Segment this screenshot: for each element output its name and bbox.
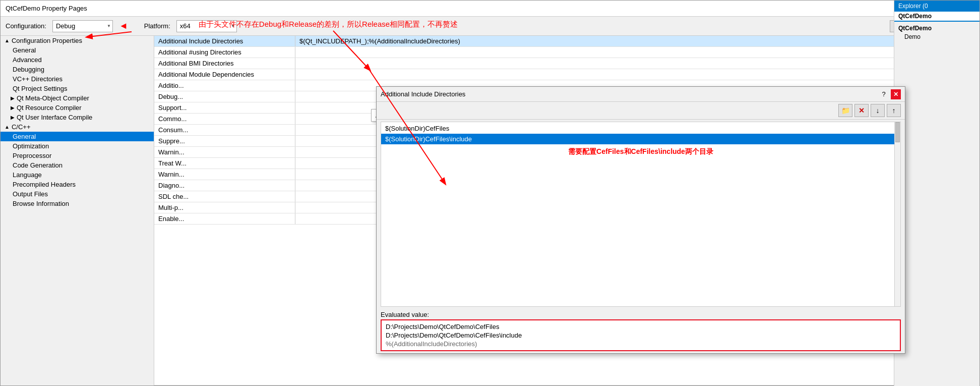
props-row-additional-using[interactable]: Additional #using Directories: [154, 47, 979, 58]
prop-name-additio: Additio...: [154, 80, 295, 91]
right-panel: Additional Include Directories $(Qt_INCL…: [154, 36, 979, 385]
sidebar-label-qt-resource: Qt Resource Compiler: [17, 104, 82, 112]
prop-name-additional-include: Additional Include Directories: [154, 36, 295, 46]
main-window: QtCefDemo Property Pages ? ✕ 由于头文件不存在Deb…: [0, 0, 980, 386]
dialog-new-folder-button[interactable]: 📁: [838, 104, 852, 117]
prop-value-additional-include: $(Qt_INCLUDEPATH_);%(AdditionalIncludeDi…: [295, 36, 979, 46]
sidebar-item-output-files[interactable]: Output Files: [1, 189, 154, 199]
config-select-wrapper: Debug Release: [52, 20, 113, 32]
prop-value-additional-module: [295, 69, 979, 80]
platform-label: Platform:: [144, 22, 170, 30]
new-folder-icon: 📁: [841, 106, 850, 115]
sidebar-item-debugging[interactable]: Debugging: [1, 65, 154, 74]
scrollbar-track: [895, 122, 900, 306]
evaluated-line-1: D:\Projects\Demo\QtCefDemo\CefFiles\incl…: [386, 331, 896, 340]
dialog-evaluated-label: Evaluated value:: [381, 311, 901, 318]
up-arrow-icon: ↑: [892, 106, 896, 115]
down-arrow-icon: ↓: [876, 106, 880, 115]
sidebar-item-precomp[interactable]: Precompiled Headers: [1, 180, 154, 189]
tree-arrow-qt-meta: ▶: [11, 95, 15, 101]
prop-name-additional-using: Additional #using Directories: [154, 47, 295, 58]
sidebar-item-qt-meta[interactable]: ▶ Qt Meta-Object Compiler: [1, 93, 154, 103]
sidebar-item-browse-info[interactable]: Browse Information: [1, 199, 154, 208]
prop-name-consum: Consum...: [154, 125, 295, 135]
dialog-list-item-text-1: $(SolutionDir)CefFiles\include: [385, 135, 472, 143]
tree-arrow-config: ▲: [5, 38, 10, 43]
sidebar-label-qt-project: Qt Project Settings: [13, 85, 67, 92]
props-row-additional-include[interactable]: Additional Include Directories $(Qt_INCL…: [154, 36, 979, 47]
sidebar-label-preprocessor: Preprocessor: [13, 152, 51, 159]
sidebar-label-output-files: Output Files: [13, 190, 48, 198]
prop-name-suppre: Suppre...: [154, 136, 295, 146]
sidebar-label-precomp: Precompiled Headers: [13, 181, 76, 188]
dialog-list-item-text-0: $(SolutionDir)CefFiles: [385, 125, 449, 132]
tree-arrow-qt-resource: ▶: [11, 105, 15, 111]
prop-name-sdl: SDL che...: [154, 191, 295, 202]
dialog-list-scrollbar[interactable]: [894, 122, 900, 306]
dialog-close-button[interactable]: ✕: [891, 89, 901, 99]
prop-name-warnin1: Warnin...: [154, 147, 295, 157]
dialog-help-button[interactable]: ?: [879, 89, 889, 99]
dialog-title-bar: Additional Include Directories ? ✕: [377, 87, 905, 102]
sidebar-label-qt-ui: Qt User Interface Compile: [17, 114, 92, 121]
sidebar-label-general-top: General: [13, 46, 36, 54]
sidebar-item-config-props[interactable]: ▲ Configuration Properties: [1, 36, 154, 45]
dialog-toolbar: 📁 ✕ ↓ ↑: [377, 102, 905, 120]
scrollbar-thumb: [895, 122, 900, 142]
sidebar-item-cpp-general[interactable]: General ◄: [1, 132, 154, 141]
sidebar-item-code-gen[interactable]: Code Generation: [1, 160, 154, 170]
config-bar: Configuration: Debug Release ◄ Platform:…: [1, 17, 979, 36]
sidebar-item-cpp[interactable]: ▲ C/C++: [1, 122, 154, 132]
solution-item-demo[interactable]: Demo: [896, 36, 977, 41]
sidebar-item-qt-resource[interactable]: ▶ Qt Resource Compiler: [1, 103, 154, 113]
sidebar-label-config-props: Configuration Properties: [12, 37, 82, 44]
sidebar-label-language: Language: [13, 171, 42, 179]
sidebar-tree: ▲ Configuration Properties General Advan…: [1, 36, 154, 385]
sidebar-item-qt-ui[interactable]: ▶ Qt User Interface Compile: [1, 113, 154, 122]
evaluated-line-2: %(AdditionalIncludeDirectories): [386, 340, 896, 348]
dialog-title: Additional Include Directories: [381, 90, 465, 98]
prop-name-additional-bmi: Additional BMI Directories: [154, 58, 295, 69]
dialog-down-button[interactable]: ↓: [871, 104, 885, 117]
sidebar-item-qt-project[interactable]: Qt Project Settings: [1, 84, 154, 93]
sidebar-label-advanced: Advanced: [13, 56, 42, 64]
sidebar-label-debugging: Debugging: [13, 66, 44, 73]
sidebar-label-cpp-general: General: [13, 133, 36, 140]
delete-icon: ✕: [859, 106, 865, 115]
prop-name-additional-module: Additional Module Dependencies: [154, 69, 295, 80]
sidebar-label-vcpp: VC++ Directories: [13, 75, 63, 83]
prop-name-debug: Debug...: [154, 91, 295, 102]
dialog-list-item-0[interactable]: $(SolutionDir)CefFiles: [381, 123, 894, 134]
sidebar-item-vcpp[interactable]: VC++ Directories: [1, 74, 154, 84]
prop-name-treat-w: Treat W...: [154, 158, 295, 169]
props-row-additional-bmi[interactable]: Additional BMI Directories: [154, 58, 979, 69]
solution-explorer-content: QtCefDemo Demo: [894, 36, 979, 43]
main-content: ▲ Configuration Properties General Advan…: [1, 36, 979, 385]
sidebar-label-code-gen: Code Generation: [13, 161, 63, 169]
dialog-evaluated-section: Evaluated value: D:\Projects\Demo\QtCefD…: [381, 311, 901, 351]
prop-name-enable: Enable...: [154, 213, 295, 224]
config-select[interactable]: Debug Release: [52, 20, 113, 32]
prop-name-warnin2: Warnin...: [154, 169, 295, 180]
sidebar-item-language[interactable]: Language: [1, 170, 154, 180]
sidebar-item-optimization[interactable]: Optimization: [1, 141, 154, 151]
sidebar-item-general-top[interactable]: General: [1, 45, 154, 55]
dialog-list-area: $(SolutionDir)CefFiles $(SolutionDir)Cef…: [381, 122, 901, 307]
config-red-arrow: ◄: [119, 21, 128, 31]
tree-arrow-cpp: ▲: [5, 124, 10, 130]
tree-arrow-qt-ui: ▶: [11, 115, 15, 120]
sidebar-item-preprocessor[interactable]: Preprocessor: [1, 151, 154, 160]
prop-value-additional-using: [295, 47, 979, 58]
sidebar-label-browse-info: Browse Information: [13, 200, 69, 207]
prop-name-multi-p: Multi-p...: [154, 202, 295, 213]
sidebar-item-advanced[interactable]: Advanced: [1, 55, 154, 65]
dialog-list: $(SolutionDir)CefFiles $(SolutionDir)Cef…: [381, 122, 894, 306]
prop-name-commo: Commo...: [154, 114, 295, 124]
props-row-additional-module[interactable]: Additional Module Dependencies: [154, 69, 979, 80]
sidebar-label-optimization: Optimization: [13, 142, 49, 150]
platform-select[interactable]: x64 x86: [176, 20, 237, 32]
dialog-list-item-1[interactable]: $(SolutionDir)CefFiles\include: [381, 134, 894, 144]
dialog-delete-button[interactable]: ✕: [854, 104, 869, 117]
dialog-up-button[interactable]: ↑: [887, 104, 901, 117]
dialog-evaluated-box: D:\Projects\Demo\QtCefDemo\CefFiles D:\P…: [381, 319, 901, 351]
